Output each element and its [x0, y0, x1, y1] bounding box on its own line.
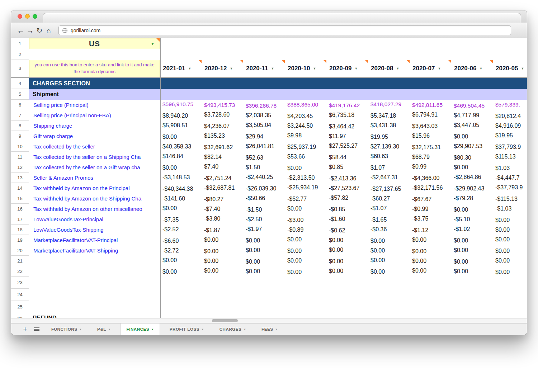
value-cell[interactable]: $396,286.78: [243, 100, 285, 110]
value-cell[interactable]: -$27,137.65: [368, 184, 410, 193]
value-cell[interactable]: -$80.27: [202, 194, 243, 204]
filter-dropdown-icon[interactable]: ▼: [354, 67, 358, 70]
value-cell[interactable]: $0.00: [326, 256, 368, 266]
row-label[interactable]: LowValueGoodsTax-Shipping: [29, 227, 104, 233]
minimize-window-icon[interactable]: [25, 14, 30, 19]
value-cell[interactable]: $3,464.42: [326, 121, 368, 131]
value-cell[interactable]: -$3.75: [410, 214, 451, 224]
value-cell[interactable]: -$2.72: [160, 245, 202, 256]
value-cell[interactable]: -$2.52: [160, 225, 202, 235]
row-label[interactable]: Selling price (Principal non-FBA): [29, 112, 111, 118]
row-number[interactable]: 10: [11, 141, 29, 152]
value-cell[interactable]: $53.66: [285, 152, 326, 162]
filter-dropdown-icon[interactable]: ▼: [188, 67, 191, 70]
value-cell[interactable]: $0.00: [326, 235, 368, 245]
row-number[interactable]: 23: [11, 277, 29, 289]
value-cell[interactable]: $0.00: [493, 256, 527, 266]
row-number[interactable]: 19: [11, 235, 29, 245]
value-cell[interactable]: -$5.10: [451, 214, 493, 225]
row-label[interactable]: Seller & Amazon Promos: [29, 175, 93, 181]
value-cell[interactable]: -$32,687.81: [202, 183, 243, 193]
value-cell[interactable]: $0.00: [368, 245, 410, 256]
forward-icon[interactable]: →: [25, 27, 35, 34]
value-cell[interactable]: -$3.80: [202, 214, 243, 224]
filter-dropdown-icon[interactable]: ▼: [479, 67, 482, 70]
tab-dropdown-icon[interactable]: ▾: [109, 328, 110, 331]
sheet-tab-p-l[interactable]: P&L▾: [91, 323, 116, 335]
filter-dropdown-icon[interactable]: ▼: [230, 67, 233, 70]
value-cell[interactable]: $596,910.75: [160, 100, 202, 109]
value-cell[interactable]: -$60.27: [368, 193, 410, 204]
row-number[interactable]: 20: [11, 245, 29, 256]
value-cell[interactable]: $0.99: [410, 162, 451, 172]
value-cell[interactable]: $52.63: [243, 152, 285, 162]
value-cell[interactable]: $4,916.09: [493, 121, 527, 131]
value-cell[interactable]: $29.94: [243, 131, 285, 141]
value-cell[interactable]: $0.00: [285, 204, 326, 214]
zoom-window-icon[interactable]: [33, 14, 37, 19]
row-number[interactable]: 25: [11, 301, 29, 313]
dropdown-icon[interactable]: ▼: [151, 42, 155, 46]
value-cell[interactable]: $11.97: [326, 131, 368, 141]
value-cell[interactable]: -$1.03: [493, 204, 527, 214]
value-cell[interactable]: $6,735.18: [326, 110, 368, 120]
filter-dropdown-icon[interactable]: ▼: [313, 67, 316, 70]
value-cell[interactable]: -$2,864.86: [451, 173, 493, 182]
value-cell[interactable]: -$4,447.7: [493, 173, 527, 183]
value-cell[interactable]: $80.30: [451, 152, 493, 162]
all-sheets-icon[interactable]: [34, 327, 39, 331]
column-header-2020-12[interactable]: 2020-12▼: [202, 60, 243, 77]
value-cell[interactable]: $4,717.99: [451, 110, 493, 121]
value-cell[interactable]: $0.00: [285, 246, 326, 256]
value-cell[interactable]: $58.44: [326, 152, 368, 162]
column-header-2021-01[interactable]: 2021-01▼: [160, 60, 202, 77]
value-cell[interactable]: $418,027.29: [368, 100, 410, 109]
value-cell[interactable]: $0.00: [160, 204, 202, 213]
row-label[interactable]: Selling price (Principal): [29, 102, 88, 108]
value-cell[interactable]: $0.00: [202, 256, 243, 266]
value-cell[interactable]: -$7.35: [160, 214, 202, 225]
value-cell[interactable]: $25,937.19: [285, 142, 326, 152]
value-cell[interactable]: -$57.82: [326, 193, 368, 203]
row-label[interactable]: Tax withheld by Amazon on the Shipping C…: [29, 195, 141, 202]
value-cell[interactable]: $0.00: [202, 235, 243, 245]
value-cell[interactable]: -$1.07: [368, 204, 410, 213]
home-icon[interactable]: ⌂: [44, 27, 53, 34]
value-cell[interactable]: $0.00: [410, 256, 451, 266]
value-cell[interactable]: -$1.50: [243, 204, 285, 214]
value-cell[interactable]: $0.00: [285, 235, 326, 245]
value-cell[interactable]: $493,415.73: [202, 100, 243, 110]
row-number[interactable]: 26: [11, 313, 29, 318]
value-cell[interactable]: $492,811.65: [410, 100, 451, 110]
value-cell[interactable]: -$0.89: [285, 225, 326, 235]
value-cell[interactable]: $0.00: [493, 246, 527, 256]
value-cell[interactable]: $9.98: [285, 131, 326, 141]
value-cell[interactable]: -$3.00: [285, 215, 326, 225]
value-cell[interactable]: $469,504.45: [451, 100, 493, 110]
value-cell[interactable]: $388,365.00: [285, 100, 326, 110]
value-cell[interactable]: $0.00: [410, 266, 451, 276]
value-cell[interactable]: $1.07: [368, 162, 410, 173]
value-cell[interactable]: -$6.60: [160, 236, 202, 245]
row-label[interactable]: MarketplaceFacilitatorVAT-Principal: [29, 237, 118, 243]
sheet-tab-profit-loss[interactable]: PROFIT LOSS▾: [164, 323, 210, 335]
tab-dropdown-icon[interactable]: ▾: [275, 328, 277, 331]
row-label[interactable]: Tax collected by the seller on a Gift wr…: [29, 164, 140, 170]
value-cell[interactable]: $60.63: [368, 152, 410, 161]
value-cell[interactable]: $0.00: [451, 266, 493, 277]
value-cell[interactable]: -$25,934.19: [285, 183, 326, 193]
row-number[interactable]: 15: [11, 193, 29, 204]
row-number[interactable]: 11: [11, 152, 29, 162]
value-cell[interactable]: $3,244.50: [285, 121, 326, 131]
value-cell[interactable]: $0.00: [243, 235, 285, 245]
value-cell[interactable]: -$0.99: [410, 204, 451, 214]
row-number[interactable]: 16: [11, 204, 29, 214]
row-label[interactable]: Gift wrap charge: [29, 133, 73, 139]
value-cell[interactable]: -$32,171.56: [410, 183, 451, 193]
value-cell[interactable]: -$2,413.36: [326, 173, 368, 183]
row-number[interactable]: 8: [11, 121, 29, 131]
value-cell[interactable]: $4,236.07: [202, 121, 243, 131]
value-cell[interactable]: $0.00: [451, 204, 493, 214]
row-label[interactable]: Tax withheld by Amazon on the Principal: [29, 185, 129, 191]
value-cell[interactable]: -$1.60: [326, 214, 368, 224]
